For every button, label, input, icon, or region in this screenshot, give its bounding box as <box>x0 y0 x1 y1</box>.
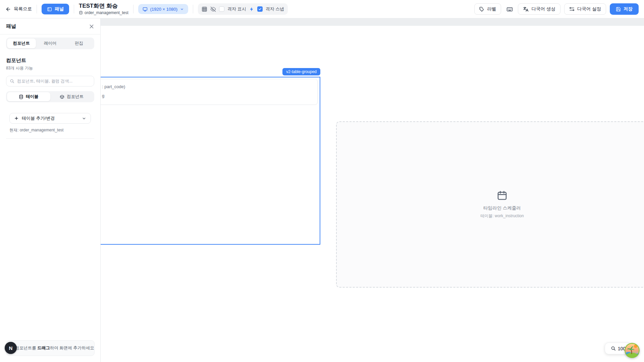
panel-header: 패널 <box>0 18 100 35</box>
clipped-text-line2: g <box>102 93 104 98</box>
component-type-badge: v2-table-grouped <box>282 68 320 75</box>
keyboard-shortcuts-button[interactable] <box>505 4 514 14</box>
chevron-down-icon <box>180 7 184 11</box>
grid-snap-checkbox[interactable] <box>257 6 263 12</box>
drag-hint: 컴포넌트를 드래그하여 화면에 추가하세요 <box>6 340 95 356</box>
panel-title: 패널 <box>6 23 16 29</box>
toolbar-separator <box>193 5 193 13</box>
label-button[interactable]: 라벨 <box>474 3 501 15</box>
label-button-text: 라벨 <box>487 6 496 12</box>
panel-toggle-label: 패널 <box>55 6 64 12</box>
screen-title-block: TEST화면 화승 order_management_test <box>79 3 128 15</box>
left-panel: 패널 컴포넌트 레이어 편집 컴포넌트 83개 사용 가능 테이블 <box>0 18 101 362</box>
add-change-table-button[interactable]: 테이블 추가/변경 <box>9 113 91 124</box>
resolution-selector[interactable]: (644 × 362) <box>138 4 188 14</box>
back-to-list-label: 목록으로 <box>14 6 32 12</box>
source-tab-tables[interactable]: 테이블 <box>7 92 50 101</box>
timeline-scheduler-placeholder[interactable]: 타임라인 스케줄러 테이블: work_instruction <box>336 121 644 288</box>
tab-components[interactable]: 컴포넌트 <box>7 39 36 48</box>
drag-hint-bold: 드래그 <box>37 346 50 350</box>
toolbar-separator <box>74 5 74 13</box>
source-toggle: 테이블 컴포넌트 <box>6 91 94 102</box>
table-name-label: order_management_test <box>85 10 128 15</box>
save-icon <box>616 7 621 12</box>
tab-edit[interactable]: 편집 <box>64 39 93 48</box>
top-toolbar: 목록으로 패널 TEST화면 화승 order_management_test … <box>0 0 644 18</box>
i18n-settings-text: 다국어 설정 <box>577 6 601 12</box>
source-tab-components-label: 컴포넌트 <box>67 94 84 100</box>
close-icon[interactable] <box>89 24 94 29</box>
page-subtitle: order_management_test <box>79 10 128 15</box>
component-search[interactable] <box>6 76 94 86</box>
plus-icon <box>14 116 19 121</box>
collaborator-initial: N <box>9 345 13 351</box>
sidebar-panel-icon <box>47 7 52 12</box>
back-to-list-button[interactable]: 목록으로 <box>5 6 32 12</box>
panel-tab-bar: 컴포넌트 레이어 편집 <box>6 38 94 49</box>
tag-icon <box>479 7 484 12</box>
eye-off-icon <box>210 6 216 12</box>
sliders-icon <box>569 6 575 12</box>
arrow-left-icon <box>5 6 11 12</box>
tab-layers[interactable]: 레이어 <box>36 39 65 48</box>
monitor-icon <box>143 7 148 12</box>
grid-snap-label: 격자 스냅 <box>266 6 284 12</box>
clipped-text-line1: : part_code) <box>102 84 125 89</box>
grid-show-checkbox[interactable] <box>219 6 224 12</box>
search-input[interactable] <box>17 79 91 83</box>
drag-hint-prefix: 컴포넌트를 <box>15 346 37 350</box>
i18n-settings-button[interactable]: 다국어 설정 <box>564 3 606 15</box>
search-icon <box>10 79 14 83</box>
save-button[interactable]: 저장 <box>610 3 639 15</box>
add-change-table-label: 테이블 추가/변경 <box>22 115 55 121</box>
collaborator-cursor-badge: N <box>5 342 17 354</box>
i18n-generate-button[interactable]: 다국어 생성 <box>518 3 560 15</box>
panel-toggle-button[interactable]: 패널 <box>42 4 69 14</box>
save-button-text: 저장 <box>624 6 633 12</box>
calendar-icon <box>497 190 507 201</box>
grid-show-label: 격자 표시 <box>227 6 246 12</box>
translate-icon <box>523 6 529 12</box>
database-icon <box>79 11 83 15</box>
source-tab-components[interactable]: 컴포넌트 <box>50 92 94 101</box>
toolbar-separator <box>133 5 133 13</box>
placeholder-table-label: 테이블: work_instruction <box>480 213 524 219</box>
grid-options-group: 격자 표시 격자 스냅 <box>198 3 288 15</box>
resolution-label: (644 × 362) <box>150 7 177 12</box>
page-title: TEST화면 화승 <box>79 3 128 9</box>
placeholder-title: 타임라인 스케줄러 <box>483 205 521 211</box>
magnifier-icon <box>611 346 616 351</box>
toolbar-separator <box>37 5 37 13</box>
panel-divider <box>6 138 94 139</box>
panel-body: 컴포넌트 레이어 편집 컴포넌트 83개 사용 가능 테이블 컴포넌트 <box>0 35 100 139</box>
package-box-icon <box>60 95 64 99</box>
chevron-down-icon <box>82 116 86 121</box>
source-tab-tables-label: 테이블 <box>26 94 39 100</box>
grid-icon <box>202 6 207 12</box>
components-section-title: 컴포넌트 <box>6 57 94 64</box>
lightning-icon <box>249 7 254 12</box>
database-icon <box>19 95 23 99</box>
island-avatar-icon[interactable] <box>625 343 640 358</box>
current-table-text: 현재: order_management_test <box>9 127 94 133</box>
toolbar-right-group: 라벨 다국어 생성 다국어 설정 저장 <box>474 3 639 15</box>
keyboard-icon <box>506 6 513 12</box>
components-count: 83개 사용 가능 <box>6 65 94 71</box>
i18n-generate-text: 다국어 생성 <box>531 6 555 12</box>
drag-hint-suffix: 하여 화면에 추가하세요 <box>50 346 94 350</box>
